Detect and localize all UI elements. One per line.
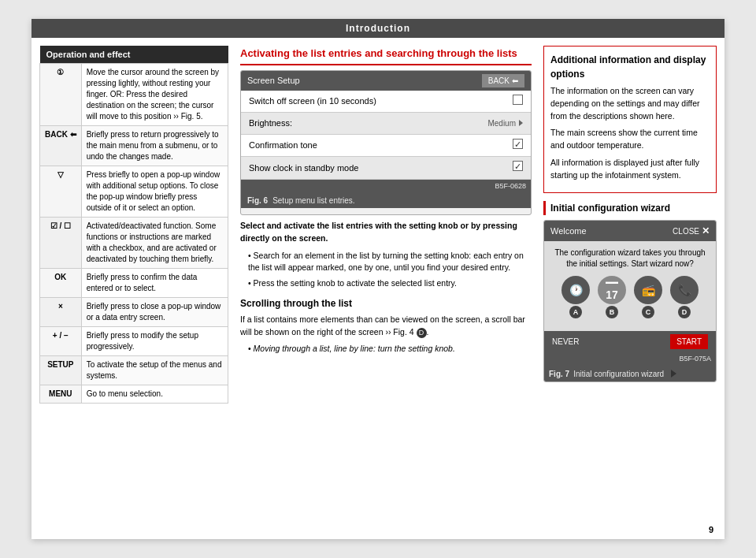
screen-fig-caption: Fig. 6 Setup menu list entries.	[241, 193, 531, 208]
wizard-title: Welcome	[550, 225, 587, 238]
table-row: SETUP To activate the setup of the menus…	[40, 356, 228, 385]
row-control	[513, 139, 523, 153]
wizard-box: Welcome CLOSE ✕ The configuration wizard…	[543, 220, 717, 382]
row-value: Medium	[487, 117, 523, 129]
symbol-cell: MENU	[40, 385, 82, 404]
wizard-icon-b: ▬▬17 B	[598, 276, 626, 318]
table-row: OK Briefly press to confirm the data ent…	[40, 269, 228, 298]
wizard-icon-circle: 📻	[634, 276, 662, 304]
list-activation-section: Activating the list entries and searchin…	[240, 46, 532, 290]
back-button[interactable]: BACK ⬅	[482, 74, 524, 87]
row-label: Show clock in standby mode	[249, 162, 358, 175]
operation-table: Operation and effect ① Move the cursor a…	[39, 46, 228, 404]
desc-cell: Activated/deactivated function. Some fun…	[81, 218, 228, 269]
wizard-icon-label: D	[678, 306, 691, 318]
wizard-heading: Initial configuration wizard	[543, 201, 717, 215]
desc-cell: Press briefly to open a pop-up window wi…	[81, 166, 228, 218]
desc-cell: Briefly press to confirm the data entere…	[81, 269, 228, 298]
header-title: Introduction	[346, 23, 410, 34]
screen-bsf: B5F-0628	[241, 180, 531, 194]
table-row: MENU Go to menu selection.	[40, 385, 228, 404]
row-label: Confirmation tone	[249, 139, 317, 152]
close-icon: ✕	[702, 224, 710, 238]
wizard-text: The configuration wizard takes you throu…	[552, 247, 708, 270]
table-row: BACK ⬅ Briefly press to return progressi…	[40, 126, 228, 166]
symbol-cell: ▽	[40, 166, 82, 218]
start-button[interactable]: START	[670, 334, 708, 349]
wizard-icon-label: A	[569, 306, 582, 318]
body-text-1: Select and activate the list entries wit…	[240, 220, 532, 245]
arrow-right-icon	[671, 370, 676, 378]
wizard-icon-c: 📻 C	[634, 276, 662, 318]
row-control: Medium	[487, 117, 523, 129]
circle-ref: D.	[417, 327, 429, 337]
bullet-1: Search for an element in the list by tur…	[240, 250, 532, 275]
symbol-cell: OK	[40, 269, 82, 298]
wizard-icon-circle: 🕐	[561, 276, 590, 304]
header-bar: Introduction	[32, 19, 724, 38]
table-row: × Briefly press to close a pop-up window…	[40, 298, 228, 327]
symbol-cell: ☑ / ☐	[40, 218, 82, 269]
desc-cell: To activate the setup of the menus and s…	[81, 356, 228, 385]
wizard-icon-label: B	[606, 306, 618, 318]
checkbox-checked[interactable]	[513, 161, 523, 171]
info-body-3: All information is displayed just after …	[550, 157, 710, 182]
chevron-right-icon	[519, 120, 523, 126]
desc-cell: Move the cursor around the screen by pre…	[81, 64, 228, 126]
wizard-icon-a: 🕐 A	[561, 276, 590, 318]
screen-title: Screen Setup	[247, 74, 300, 87]
screen-row: Brightness: Medium	[241, 113, 531, 135]
wizard-icon-circle: 📞	[670, 276, 699, 304]
screen-setup-box: Screen Setup BACK ⬅ Switch off screen (i…	[240, 70, 532, 216]
wizard-body: The configuration wizard takes you throu…	[544, 241, 716, 331]
wizard-icon-d: 📞 D	[670, 276, 699, 318]
scroll-section: Scrolling through the list If a list con…	[240, 296, 532, 355]
row-label: Brightness:	[249, 117, 292, 130]
wizard-fig-caption: Fig. 7 Initial configuration wizard	[544, 366, 716, 381]
info-box-title: Additional information and display optio…	[550, 53, 710, 81]
scroll-bullet: Moving through a list, line by line: tur…	[240, 343, 532, 355]
table-row: + / − Briefly press to modify the setup …	[40, 327, 228, 356]
wizard-icons: 🕐 A ▬▬17 B 📻 C 📞 D	[552, 276, 708, 318]
checkbox-checked[interactable]	[513, 139, 523, 149]
never-button[interactable]: NEVER	[552, 336, 579, 348]
info-body-2: The main screens show the current time a…	[550, 127, 710, 152]
checkbox-unchecked[interactable]	[513, 95, 523, 105]
desc-cell: Briefly press to close a pop-up window o…	[81, 298, 228, 327]
left-column: Operation and effect ① Move the cursor a…	[39, 46, 228, 514]
symbol-cell: BACK ⬅	[40, 126, 82, 166]
wizard-icon-circle: ▬▬17	[598, 276, 626, 304]
wizard-header: Welcome CLOSE ✕	[544, 221, 716, 241]
list-activation-heading: Activating the list entries and searchin…	[240, 46, 532, 65]
bullet-2: Press the setting knob to activate the s…	[240, 277, 532, 290]
table-row: ▽ Press briefly to open a pop-up window …	[40, 166, 228, 218]
symbol-cell: ①	[40, 64, 82, 126]
page: Introduction Operation and effect ① Move…	[32, 19, 724, 539]
wizard-icon-label: C	[642, 306, 654, 318]
page-number: 9	[32, 522, 724, 539]
row-control	[513, 95, 523, 109]
desc-cell: Briefly press to modify the setup progre…	[81, 327, 228, 356]
table-row: ☑ / ☐ Activated/deactivated function. So…	[40, 218, 228, 269]
desc-cell: Go to menu selection.	[81, 385, 228, 404]
screen-rows: Switch off screen (in 10 seconds) Bright…	[241, 91, 531, 180]
screen-row: Show clock in standby mode	[241, 157, 531, 180]
back-arrow-icon: ⬅	[512, 75, 518, 87]
symbol-cell: SETUP	[40, 356, 82, 385]
middle-column: Activating the list entries and searchin…	[240, 46, 532, 514]
wizard-close-button[interactable]: CLOSE ✕	[673, 224, 710, 238]
table-row: ① Move the cursor around the screen by p…	[40, 64, 228, 126]
scroll-heading: Scrolling through the list	[240, 296, 532, 311]
screen-header: Screen Setup BACK ⬅	[241, 71, 531, 91]
info-body-1: The information on the screen can vary d…	[550, 85, 710, 122]
desc-cell: Briefly press to return progressively to…	[81, 126, 228, 166]
screen-row: Confirmation tone	[241, 135, 531, 158]
content-area: Operation and effect ① Move the cursor a…	[32, 38, 724, 522]
wizard-footer: NEVER START	[544, 331, 716, 352]
row-control	[513, 161, 523, 175]
wizard-bsf: B5F-075A	[544, 352, 716, 366]
symbol-cell: + / −	[40, 327, 82, 356]
table-header: Operation and effect	[40, 46, 228, 64]
symbol-cell: ×	[40, 298, 82, 327]
right-column: Additional information and display optio…	[543, 46, 717, 514]
